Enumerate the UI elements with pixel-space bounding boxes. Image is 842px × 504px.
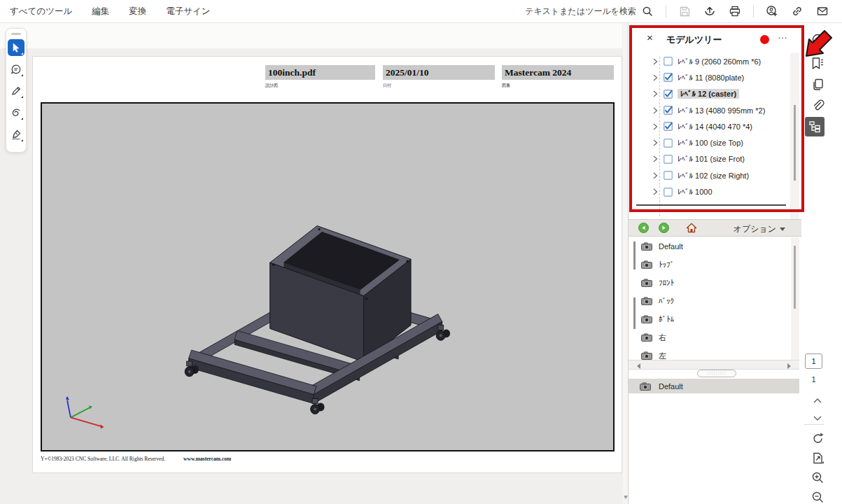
document-scrollbar[interactable]	[623, 23, 628, 504]
menu-item-1[interactable]: 編集	[92, 6, 109, 18]
model-tree-title: モデルツリー	[666, 34, 722, 46]
home-view-button[interactable]	[686, 223, 697, 233]
tree-row[interactable]: ﾚﾍﾞﾙ 100 (size Top)	[629, 134, 790, 150]
print-icon[interactable]	[728, 4, 742, 18]
tree-row[interactable]: ﾚﾍﾞﾙ 101 (size Frot)	[629, 151, 790, 167]
expand-chevron-icon[interactable]	[652, 57, 658, 66]
menu-item-0[interactable]: すべてのツール	[10, 6, 72, 18]
panel-drag-handle[interactable]	[11, 33, 21, 35]
view-row[interactable]: ﾄｯﾌﾟ	[629, 255, 791, 274]
expand-chevron-icon[interactable]	[652, 122, 658, 131]
views-horizontal-scrollbar[interactable]	[629, 360, 799, 370]
tree-item-label[interactable]: ﾚﾍﾞﾙ 1000	[678, 188, 713, 196]
tree-row[interactable]: ﾚﾍﾞﾙ 13 (4080 995mm *2)	[629, 102, 790, 118]
search-tool[interactable]: テキストまたはツールを検索	[525, 4, 654, 18]
close-icon[interactable]: ×	[647, 31, 653, 43]
tree-horizontal-scrollbar[interactable]	[636, 204, 786, 206]
model-tree-panel-icon[interactable]	[805, 117, 825, 136]
tree-item-label[interactable]: ﾚﾍﾞﾙ 101 (size Frot)	[678, 155, 745, 163]
comment-tool-button[interactable]	[8, 61, 24, 78]
scrollbar-thumb[interactable]	[794, 105, 796, 181]
view-row[interactable]: ﾎﾞﾄﾑ	[629, 310, 791, 328]
tree-item-label[interactable]: ﾚﾍﾞﾙ 13 (4080 995mm *2)	[678, 106, 765, 115]
tree-item-label[interactable]: ﾚﾍﾞﾙ 11 (8080plate)	[678, 74, 744, 82]
zoom-out-icon[interactable]	[810, 489, 825, 504]
toolbar-divider	[753, 5, 754, 18]
next-page-icon[interactable]	[810, 410, 825, 426]
view-row[interactable]: ﾌﾛﾝﾄ	[629, 274, 791, 292]
copyright-text: Y+©1983-2023 CNC Software, LLC. All Righ…	[41, 456, 165, 462]
checkbox-unchecked[interactable]	[664, 188, 673, 197]
tree-item-label[interactable]: ﾚﾍﾞﾙ 12 (caster)	[678, 89, 739, 99]
titleblock-filename: 100inch.pdf	[265, 65, 375, 80]
model-tree-list: ﾚﾍﾞﾙ 9 (2060 260mm *6)ﾚﾍﾞﾙ 11 (8080plate…	[629, 53, 790, 200]
share-upload-icon[interactable]	[703, 4, 717, 18]
pages-panel-icon[interactable]	[810, 76, 825, 92]
checkbox-checked[interactable]	[664, 73, 673, 82]
menu-item-3[interactable]: 電子サイン	[166, 6, 210, 18]
expand-chevron-icon[interactable]	[652, 139, 658, 147]
select-tool-button[interactable]	[8, 39, 24, 56]
tree-row[interactable]: ﾚﾍﾞﾙ 14 (4040 470 *4)	[629, 118, 790, 134]
tree-row[interactable]: ﾚﾍﾞﾙ 12 (caster)	[629, 86, 790, 102]
attachments-panel-icon[interactable]	[810, 97, 825, 113]
zoom-in-icon[interactable]	[810, 470, 825, 485]
previous-view-button[interactable]	[638, 223, 649, 233]
tree-row[interactable]: ﾚﾍﾞﾙ 1000	[629, 183, 790, 200]
views-vertical-scrollbar[interactable]	[791, 237, 799, 360]
menu-item-2[interactable]: 変換	[129, 6, 146, 18]
tree-item-label[interactable]: ﾚﾍﾞﾙ 9 (2060 260mm *6)	[678, 57, 761, 66]
view-row[interactable]: ﾊﾞｯｸ	[629, 292, 791, 310]
tree-row[interactable]: ﾚﾍﾞﾙ 9 (2060 260mm *6)	[629, 53, 790, 69]
checkbox-checked[interactable]	[664, 122, 673, 131]
page-number-input[interactable]: 1	[805, 354, 822, 369]
draw-tool-button[interactable]	[8, 83, 24, 99]
scrollbar-fragment	[633, 298, 636, 329]
link-icon[interactable]	[790, 4, 804, 18]
fit-page-icon[interactable]	[810, 450, 825, 465]
rotate-page-icon[interactable]	[810, 430, 825, 446]
tree-item-label[interactable]: ﾚﾍﾞﾙ 100 (size Top)	[678, 139, 743, 147]
view-row[interactable]: Default	[629, 237, 791, 255]
scrollbar-thumb[interactable]	[794, 246, 796, 309]
tree-item-label[interactable]: ﾚﾍﾞﾙ 14 (4040 470 *4)	[678, 122, 752, 131]
previous-page-icon[interactable]	[810, 393, 825, 408]
view-label: 右	[659, 332, 666, 343]
more-options-icon[interactable]: …	[778, 29, 788, 41]
request-signature-icon[interactable]	[765, 4, 779, 18]
views-list: Defaultﾄｯﾌﾟﾌﾛﾝﾄﾊﾞｯｸﾎﾞﾄﾑ右左	[629, 237, 791, 365]
tree-row[interactable]: ﾚﾍﾞﾙ 11 (8080plate)	[629, 69, 790, 85]
sign-tool-button[interactable]	[8, 126, 24, 143]
tree-item-label[interactable]: ﾚﾍﾞﾙ 102 (size Right)	[678, 172, 749, 180]
checkbox-unchecked[interactable]	[664, 155, 673, 164]
tree-row[interactable]: ﾚﾍﾞﾙ 102 (size Right)	[629, 167, 790, 183]
checkbox-unchecked[interactable]	[664, 139, 673, 148]
search-icon	[640, 4, 654, 18]
panel-splitter-handle[interactable]: :::::::::	[697, 370, 736, 377]
scroll-left-arrow[interactable]	[637, 363, 640, 369]
tree-vertical-scrollbar[interactable]	[790, 53, 799, 225]
expand-chevron-icon[interactable]	[652, 74, 658, 82]
toolbar-divider	[666, 5, 666, 18]
model-canvas[interactable]	[41, 102, 615, 451]
checkbox-unchecked[interactable]	[664, 171, 673, 180]
expand-chevron-icon[interactable]	[652, 188, 658, 196]
active-view-label: Default	[659, 382, 683, 391]
quick-tools-panel	[6, 28, 27, 153]
expand-chevron-icon[interactable]	[652, 155, 658, 163]
view-row[interactable]: 右	[629, 328, 791, 346]
lasso-tool-button[interactable]	[8, 104, 24, 121]
checkbox-checked[interactable]	[664, 106, 673, 115]
scroll-right-arrow[interactable]	[787, 363, 791, 369]
options-dropdown[interactable]: オプション	[734, 223, 785, 235]
checkbox-checked[interactable]	[664, 90, 673, 99]
expand-chevron-icon[interactable]	[652, 172, 658, 180]
active-view-row[interactable]: Default	[629, 379, 799, 393]
expand-chevron-icon[interactable]	[652, 106, 658, 115]
save-icon	[678, 4, 692, 18]
email-icon[interactable]	[815, 4, 829, 18]
view-label: ﾌﾛﾝﾄ	[659, 279, 674, 287]
expand-chevron-icon[interactable]	[652, 90, 658, 98]
next-view-button[interactable]	[659, 223, 669, 233]
checkbox-unchecked[interactable]	[664, 57, 673, 66]
